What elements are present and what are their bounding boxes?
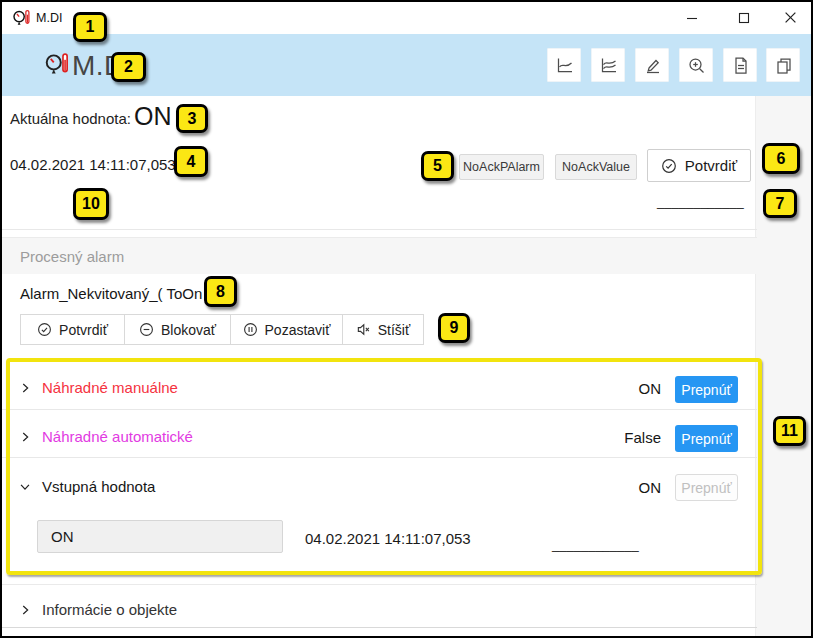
current-value-timestamp: 04.02.2021 14:11:07,053 (10, 156, 176, 173)
check-circle-icon (661, 158, 677, 174)
chevron-right-icon[interactable] (18, 430, 32, 444)
faceplate-window: M.DI M.DI (0, 0, 813, 638)
multi-trend-chart-icon (599, 56, 618, 75)
alarm-pause-button[interactable]: Pozastaviť (230, 314, 343, 345)
substitute-manual-row-label[interactable]: Náhradné manuálne (42, 379, 178, 396)
minimize-button[interactable] (669, 2, 715, 33)
copy-icon (774, 56, 793, 75)
input-value-value: ON (639, 479, 662, 496)
section-divider (2, 229, 757, 230)
minimize-icon (686, 12, 698, 24)
row-divider (2, 457, 757, 458)
multi-trend-chart-button[interactable] (591, 48, 625, 82)
annotation-4: 4 (174, 146, 208, 177)
annotation-5: 5 (421, 151, 454, 181)
input-value-timestamp: 04.02.2021 14:11:07,053 (305, 530, 471, 547)
alarm-acknowledge-label: Potvrdiť (59, 322, 108, 338)
input-value-signature-line: ____________ (552, 537, 639, 552)
copy-button[interactable] (766, 48, 800, 82)
alarm-action-button-group: Potvrdiť Blokovať Pozastaviť Stíšiť (20, 314, 424, 345)
current-value-label: Aktuálna hodnota: (10, 110, 131, 127)
process-alarm-section-header: Procesný alarm (2, 237, 757, 274)
input-value-toggle-button[interactable]: Prepnúť (675, 474, 738, 501)
alarm-status-text: Alarm_Nekvitovaný_( ToOn ) (20, 285, 211, 302)
window-title: M.DI (36, 11, 62, 25)
alarm-mute-label: Stíšiť (378, 322, 410, 338)
trend-chart-button[interactable] (547, 48, 581, 82)
app-gauge-thermometer-icon (12, 9, 31, 28)
edit-button[interactable] (635, 48, 669, 82)
alarm-pause-label: Pozastaviť (265, 322, 331, 338)
input-value-row-label[interactable]: Vstupná hodnota (42, 478, 155, 495)
trend-chart-icon (555, 56, 574, 75)
input-value-field[interactable] (37, 520, 283, 553)
document-button[interactable] (723, 48, 757, 82)
minus-circle-icon (139, 322, 154, 337)
object-info-section-label[interactable]: Informácie o objekte (42, 601, 177, 618)
maximize-icon (738, 12, 750, 24)
annotation-9: 9 (438, 313, 470, 343)
section-divider (2, 584, 757, 585)
zoom-in-icon (687, 56, 706, 75)
acknowledge-button-label: Potvrdiť (685, 157, 737, 174)
section-divider (2, 627, 757, 628)
current-value: ON (134, 102, 172, 131)
pause-circle-icon (243, 322, 258, 337)
object-gauge-thermometer-icon (44, 51, 70, 79)
alarm-block-label: Blokovať (161, 322, 216, 338)
annotation-3: 3 (176, 104, 208, 133)
alarm-mute-button[interactable]: Stíšiť (342, 314, 424, 345)
substitute-manual-toggle-button[interactable]: Prepnúť (675, 376, 738, 403)
check-circle-icon (37, 322, 52, 337)
edit-pencil-icon (643, 56, 662, 75)
page-title: M.DI (72, 50, 133, 82)
maximize-button[interactable] (721, 2, 767, 33)
chevron-right-icon[interactable] (18, 603, 32, 617)
substitute-manual-value: ON (639, 380, 662, 397)
chevron-down-icon[interactable] (18, 480, 32, 494)
process-alarm-section-title: Procesný alarm (20, 248, 124, 265)
chevron-right-icon[interactable] (18, 381, 32, 395)
substitute-automatic-value: False (624, 429, 661, 446)
alarm-acknowledge-button[interactable]: Potvrdiť (20, 314, 125, 345)
annotation-10: 10 (73, 188, 109, 220)
substitute-automatic-row-label[interactable]: Náhradné automatické (42, 428, 193, 445)
title-bar: M.DI (2, 2, 811, 34)
row-divider (2, 409, 757, 410)
acknowledge-button[interactable]: Potvrdiť (647, 149, 751, 182)
document-icon (731, 56, 750, 75)
close-button[interactable] (767, 2, 813, 33)
substitute-automatic-toggle-button[interactable]: Prepnúť (675, 425, 738, 452)
close-icon (784, 11, 797, 24)
speaker-mute-icon (356, 322, 371, 337)
operator-signature-line: ____________ (657, 194, 744, 209)
right-gutter (755, 96, 812, 638)
noackpalarm-badge[interactable]: NoAckPAlarm (459, 154, 544, 180)
faceplate-header: M.DI (2, 34, 811, 96)
noackvalue-badge[interactable]: NoAckValue (555, 154, 637, 180)
zoom-button[interactable] (679, 48, 713, 82)
alarm-block-button[interactable]: Blokovať (124, 314, 231, 345)
